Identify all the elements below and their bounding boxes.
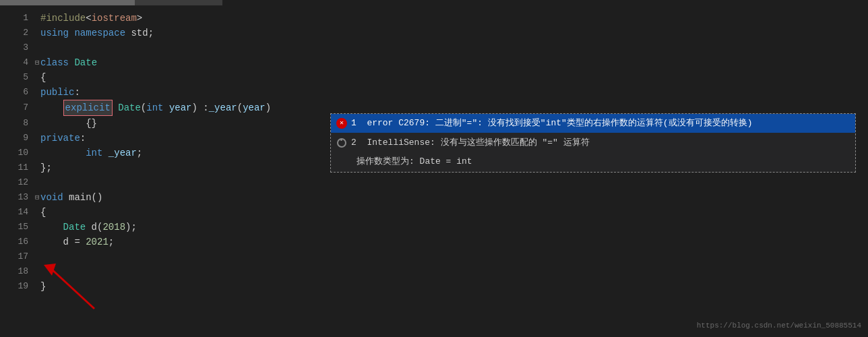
error-text-1: error C2679: 二进制"=": 没有找到接受"int"类型的右操作数的… — [367, 116, 752, 131]
code-line-5: 5 { — [0, 70, 868, 85]
line-num-7: 7 — [0, 100, 34, 115]
line-num-11: 11 — [0, 160, 34, 175]
error-popup: ✕ 1 error C2679: 二进制"=": 没有找到接受"int"类型的右… — [330, 113, 856, 173]
code-line-17: 17 — [0, 249, 868, 264]
code-line-13: 13 ⊟ void main() — [0, 190, 868, 205]
code-line-2: 2 using namespace std; — [0, 26, 868, 40]
code-line-19: 19 } — [0, 279, 868, 294]
line-num-12: 12 — [0, 175, 34, 190]
line-num-14: 14 — [0, 205, 34, 220]
code-line-15: 15 Date d(2018); — [0, 220, 868, 235]
code-line-4: 4 ⊟ class Date — [0, 55, 868, 70]
fold-icon-4[interactable]: ⊟ — [35, 55, 40, 70]
code-line-3: 3 — [0, 40, 868, 55]
error-icon: ✕ — [336, 118, 347, 129]
error-line-2: 2 IntelliSense: 没有与这些操作数匹配的 "=" 运算符 — [331, 133, 855, 153]
error-line-1: ✕ 1 error C2679: 二进制"=": 没有找到接受"int"类型的右… — [331, 114, 855, 133]
line-num-3: 3 — [0, 40, 34, 55]
line-num-6: 6 — [0, 85, 34, 100]
line-num-15: 15 — [0, 220, 34, 235]
code-line-18: 18 — [0, 264, 868, 279]
scrollbar[interactable] — [0, 0, 222, 5]
code-line-1: 1 #include<iostream> — [0, 11, 868, 26]
url-text: https://blog.csdn.net/weixin_50885514 — [697, 318, 861, 333]
line-num-19: 19 — [0, 279, 34, 294]
fold-icon-13[interactable]: ⊟ — [35, 190, 40, 205]
error-text-2: IntelliSense: 没有与这些操作数匹配的 "=" 运算符 — [367, 135, 589, 150]
line-num-9: 9 — [0, 131, 34, 146]
line-num-5: 5 — [0, 70, 34, 85]
line-num-13: 13 — [0, 190, 34, 205]
code-editor: 1 #include<iostream> 2 using namespace s… — [0, 0, 868, 337]
line-num-8: 8 — [0, 116, 34, 131]
line-num-10: 10 — [0, 146, 34, 160]
error-line-3: 操作数类型为: Date = int — [331, 153, 855, 172]
code-line-6: 6 public: — [0, 85, 868, 100]
line-num-4: 4 — [0, 55, 34, 70]
line-num-18: 18 — [0, 264, 34, 279]
code-line-14: 14 { — [0, 205, 868, 220]
error-num-1: 1 — [351, 116, 367, 131]
code-line-16: 16 d = 2021; — [0, 235, 868, 249]
line-num-2: 2 — [0, 26, 34, 40]
line-num-17: 17 — [0, 249, 34, 264]
code-line-12: 12 — [0, 175, 868, 190]
line-num-1: 1 — [0, 11, 34, 26]
scrollbar-thumb[interactable] — [0, 0, 135, 5]
line-num-16: 16 — [0, 235, 34, 249]
error-num-2: 2 — [351, 135, 367, 150]
intellisense-icon — [336, 137, 347, 148]
error-text-3: 操作数类型为: Date = int — [356, 154, 472, 169]
explicit-highlight: explicit — [63, 100, 113, 116]
preprocessor: #include — [40, 11, 86, 26]
